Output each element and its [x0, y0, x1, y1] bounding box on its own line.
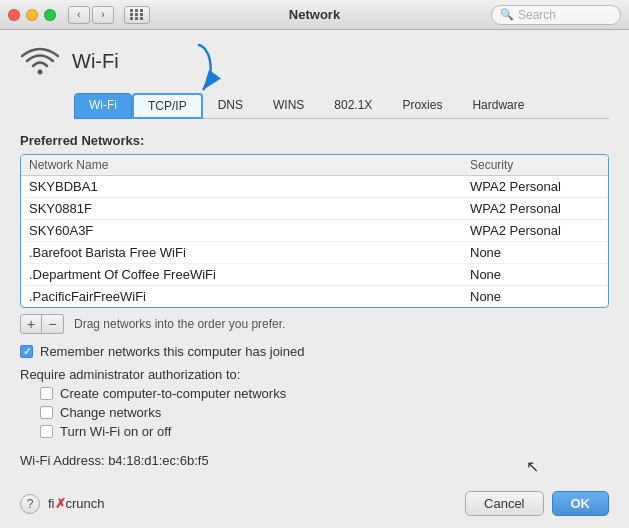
security-cell: WPA2 Personal: [470, 223, 600, 238]
tab-tcpip[interactable]: TCP/IP: [132, 93, 203, 119]
security-cell: WPA2 Personal: [470, 179, 600, 194]
table-body[interactable]: SKYBDBA1 WPA2 Personal SKY0881F WPA2 Per…: [21, 176, 608, 307]
ok-button[interactable]: OK: [552, 491, 610, 516]
bottom-left: ? fi✗crunch: [20, 494, 105, 514]
preferred-networks-label: Preferred Networks:: [20, 133, 609, 148]
remember-networks-label: Remember networks this computer has join…: [40, 344, 304, 359]
networks-table: Network Name Security SKYBDBA1 WPA2 Pers…: [20, 154, 609, 308]
create-network-checkbox[interactable]: [40, 387, 53, 400]
tab-wifi[interactable]: Wi-Fi: [74, 93, 132, 119]
title-bar: ‹ › Network 🔍 Search: [0, 0, 629, 30]
network-name-cell: SKY60A3F: [29, 223, 470, 238]
change-networks-checkbox[interactable]: [40, 406, 53, 419]
change-networks-label: Change networks: [60, 405, 161, 420]
nav-buttons: ‹ ›: [68, 6, 114, 24]
wifi-icon-large: [20, 44, 60, 78]
wifi-address: Wi-Fi Address: b4:18:d1:ec:6b:f5: [20, 453, 609, 468]
wifi-on-off-row: Turn Wi-Fi on or off: [40, 424, 609, 439]
back-button[interactable]: ‹: [68, 6, 90, 24]
create-network-label: Create computer-to-computer networks: [60, 386, 286, 401]
security-cell: None: [470, 267, 600, 282]
minimize-button[interactable]: [26, 9, 38, 21]
add-network-button[interactable]: +: [20, 314, 42, 334]
network-name-cell: SKY0881F: [29, 201, 470, 216]
drag-hint: Drag networks into the order you prefer.: [74, 317, 285, 331]
window-title: Network: [289, 7, 340, 22]
table-row[interactable]: SKYBDBA1 WPA2 Personal: [21, 176, 608, 198]
remove-network-button[interactable]: −: [42, 314, 64, 334]
admin-options: Create computer-to-computer networks Cha…: [40, 386, 609, 439]
checkbox-section: Remember networks this computer has join…: [20, 344, 609, 443]
network-name-cell: .Barefoot Barista Free WiFi: [29, 245, 470, 260]
remember-networks-row: Remember networks this computer has join…: [20, 344, 609, 359]
wifi-address-label: Wi-Fi Address:: [20, 453, 105, 468]
wifi-on-off-label: Turn Wi-Fi on or off: [60, 424, 171, 439]
panel-header: Wi-Fi: [20, 44, 609, 78]
panel-title: Wi-Fi: [72, 50, 119, 73]
table-header: Network Name Security: [21, 155, 608, 176]
tab-80211x[interactable]: 802.1X: [319, 93, 387, 119]
security-cell: None: [470, 289, 600, 304]
network-name-cell: .PacificFairFreeWiFi: [29, 289, 470, 304]
close-button[interactable]: [8, 9, 20, 21]
help-button[interactable]: ?: [20, 494, 40, 514]
table-row[interactable]: .Department Of Coffee FreeWiFi None: [21, 264, 608, 286]
table-row[interactable]: .PacificFairFreeWiFi None: [21, 286, 608, 307]
tab-proxies[interactable]: Proxies: [387, 93, 457, 119]
remember-networks-checkbox[interactable]: [20, 345, 33, 358]
network-name-cell: SKYBDBA1: [29, 179, 470, 194]
table-row[interactable]: SKY60A3F WPA2 Personal: [21, 220, 608, 242]
table-row[interactable]: .Barefoot Barista Free WiFi None: [21, 242, 608, 264]
preferred-networks-section: Preferred Networks: Network Name Securit…: [20, 133, 609, 334]
grid-icon: [130, 9, 144, 20]
admin-label: Require administrator authorization to:: [20, 367, 609, 382]
wifi-on-off-checkbox[interactable]: [40, 425, 53, 438]
tab-hardware[interactable]: Hardware: [457, 93, 539, 119]
traffic-lights: [8, 9, 56, 21]
table-row[interactable]: SKY0881F WPA2 Personal: [21, 198, 608, 220]
wifi-address-value: b4:18:d1:ec:6b:f5: [108, 453, 208, 468]
brand-logo: fi✗crunch: [48, 496, 105, 511]
security-cell: None: [470, 245, 600, 260]
search-box[interactable]: 🔍 Search: [491, 5, 621, 25]
main-content: Wi-Fi Wi-Fi TCP/IP DNS WINS 802.1X Proxi…: [0, 30, 629, 528]
search-placeholder: Search: [518, 8, 556, 22]
col-security: Security: [470, 158, 600, 172]
bottom-bar: ? fi✗crunch Cancel OK: [20, 483, 609, 516]
maximize-button[interactable]: [44, 9, 56, 21]
tab-dns[interactable]: DNS: [203, 93, 258, 119]
tabs-container: Wi-Fi TCP/IP DNS WINS 802.1X Proxies Har…: [74, 92, 609, 119]
table-controls: + − Drag networks into the order you pre…: [20, 314, 609, 334]
create-network-row: Create computer-to-computer networks: [40, 386, 609, 401]
security-cell: WPA2 Personal: [470, 201, 600, 216]
svg-point-1: [38, 70, 43, 75]
col-network-name: Network Name: [29, 158, 470, 172]
grid-button[interactable]: [124, 6, 150, 24]
tab-wins[interactable]: WINS: [258, 93, 319, 119]
search-icon: 🔍: [500, 8, 514, 21]
cancel-button[interactable]: Cancel: [465, 491, 543, 516]
forward-button[interactable]: ›: [92, 6, 114, 24]
change-networks-row: Change networks: [40, 405, 609, 420]
network-name-cell: .Department Of Coffee FreeWiFi: [29, 267, 470, 282]
bottom-right: Cancel OK: [465, 491, 609, 516]
